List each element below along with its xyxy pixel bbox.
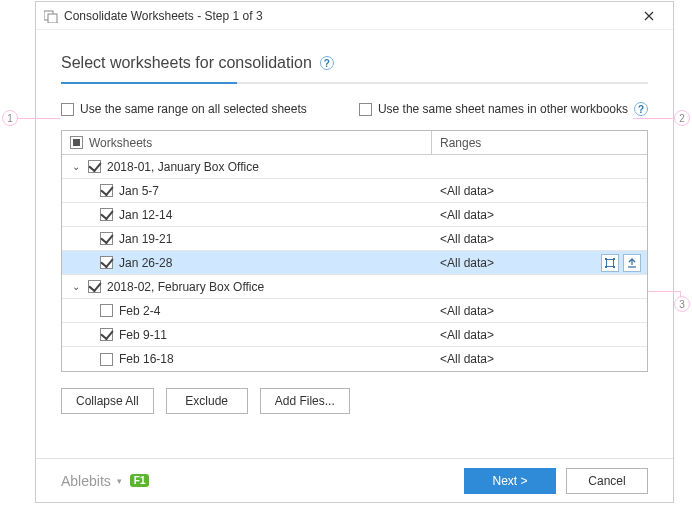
- sheet-label: Feb 16-18: [119, 352, 174, 366]
- group-checkbox[interactable]: [88, 160, 101, 173]
- collapse-all-button[interactable]: Collapse All: [61, 388, 154, 414]
- options-row: Use the same range on all selected sheet…: [61, 102, 648, 116]
- same-range-checkbox[interactable]: [61, 103, 74, 116]
- svg-rect-2: [607, 259, 614, 266]
- svg-rect-5: [605, 266, 607, 268]
- heading-row: Select worksheets for consolidation ?: [61, 54, 648, 72]
- sheet-range: <All data>: [432, 184, 647, 198]
- add-files-button[interactable]: Add Files...: [260, 388, 350, 414]
- same-names-label[interactable]: Use the same sheet names in other workbo…: [378, 102, 628, 116]
- sheet-range: <All data>: [432, 256, 601, 270]
- svg-rect-6: [613, 266, 615, 268]
- expand-range-icon[interactable]: [623, 254, 641, 272]
- page-heading: Select worksheets for consolidation: [61, 54, 312, 72]
- f1-help-button[interactable]: F1: [130, 474, 150, 487]
- select-all-checkbox[interactable]: [70, 136, 83, 149]
- sheet-label: Jan 12-14: [119, 208, 172, 222]
- sheet-row[interactable]: Feb 9-11<All data>: [62, 323, 647, 347]
- app-icon: [44, 9, 58, 23]
- action-buttons-row: Collapse All Exclude Add Files...: [61, 388, 648, 414]
- close-button[interactable]: [629, 3, 669, 29]
- sheet-row[interactable]: Jan 5-7<All data>: [62, 179, 647, 203]
- titlebar: Consolidate Worksheets - Step 1 of 3: [36, 2, 673, 30]
- annotation-3: 3: [674, 296, 690, 312]
- col-worksheets: Worksheets: [89, 136, 152, 150]
- chevron-down-icon: ▾: [117, 476, 122, 486]
- annotation-3-line-h: [648, 291, 681, 292]
- chevron-down-icon[interactable]: ⌄: [70, 161, 82, 172]
- sheet-checkbox[interactable]: [100, 304, 113, 317]
- sheet-checkbox[interactable]: [100, 184, 113, 197]
- sheet-label: Feb 9-11: [119, 328, 167, 342]
- table-body: ⌄2018-01, January Box OfficeJan 5-7<All …: [62, 155, 647, 371]
- sheet-row[interactable]: Jan 26-28<All data>: [62, 251, 647, 275]
- sheet-label: Jan 5-7: [119, 184, 159, 198]
- exclude-button[interactable]: Exclude: [166, 388, 248, 414]
- svg-rect-3: [605, 258, 607, 260]
- sheet-row[interactable]: Jan 19-21<All data>: [62, 227, 647, 251]
- sheet-row[interactable]: Jan 12-14<All data>: [62, 203, 647, 227]
- table-header: Worksheets Ranges: [62, 131, 647, 155]
- annotation-2-line: [633, 118, 674, 119]
- sheet-label: Jan 26-28: [119, 256, 172, 270]
- brand-label: Ablebits: [61, 473, 111, 489]
- sheet-row[interactable]: Feb 2-4<All data>: [62, 299, 647, 323]
- sheet-checkbox[interactable]: [100, 328, 113, 341]
- svg-rect-1: [48, 14, 57, 23]
- group-row[interactable]: ⌄2018-01, January Box Office: [62, 155, 647, 179]
- sheet-row[interactable]: Feb 16-18<All data>: [62, 347, 647, 371]
- sheet-checkbox[interactable]: [100, 232, 113, 245]
- worksheets-table: Worksheets Ranges ⌄2018-01, January Box …: [61, 130, 648, 372]
- help-icon[interactable]: ?: [634, 102, 648, 116]
- window-title: Consolidate Worksheets - Step 1 of 3: [64, 9, 629, 23]
- brand-menu[interactable]: Ablebits ▾: [61, 473, 122, 489]
- sheet-range: <All data>: [432, 328, 647, 342]
- dialog-window: Consolidate Worksheets - Step 1 of 3 Sel…: [35, 1, 674, 503]
- sheet-range: <All data>: [432, 304, 647, 318]
- col-ranges: Ranges: [432, 136, 481, 150]
- sheet-label: Jan 19-21: [119, 232, 172, 246]
- sheet-checkbox[interactable]: [100, 353, 113, 366]
- sheet-checkbox[interactable]: [100, 256, 113, 269]
- annotation-1: 1: [2, 110, 18, 126]
- sheet-range: <All data>: [432, 352, 647, 366]
- same-names-checkbox[interactable]: [359, 103, 372, 116]
- sheet-range: <All data>: [432, 208, 647, 222]
- group-label: 2018-01, January Box Office: [107, 160, 259, 174]
- sheet-label: Feb 2-4: [119, 304, 160, 318]
- annotation-2: 2: [674, 110, 690, 126]
- dialog-footer: Ablebits ▾ F1 Next > Cancel: [36, 458, 673, 502]
- next-button[interactable]: Next >: [464, 468, 556, 494]
- same-range-label[interactable]: Use the same range on all selected sheet…: [80, 102, 307, 116]
- dialog-content: Select worksheets for consolidation ? Us…: [36, 30, 673, 458]
- help-icon[interactable]: ?: [320, 56, 334, 70]
- heading-underline: [61, 82, 648, 84]
- chevron-down-icon[interactable]: ⌄: [70, 281, 82, 292]
- group-checkbox[interactable]: [88, 280, 101, 293]
- select-range-icon[interactable]: [601, 254, 619, 272]
- group-row[interactable]: ⌄2018-02, February Box Office: [62, 275, 647, 299]
- cancel-button[interactable]: Cancel: [566, 468, 648, 494]
- sheet-checkbox[interactable]: [100, 208, 113, 221]
- group-label: 2018-02, February Box Office: [107, 280, 264, 294]
- svg-rect-4: [613, 258, 615, 260]
- sheet-range: <All data>: [432, 232, 647, 246]
- annotation-1-line: [18, 118, 60, 119]
